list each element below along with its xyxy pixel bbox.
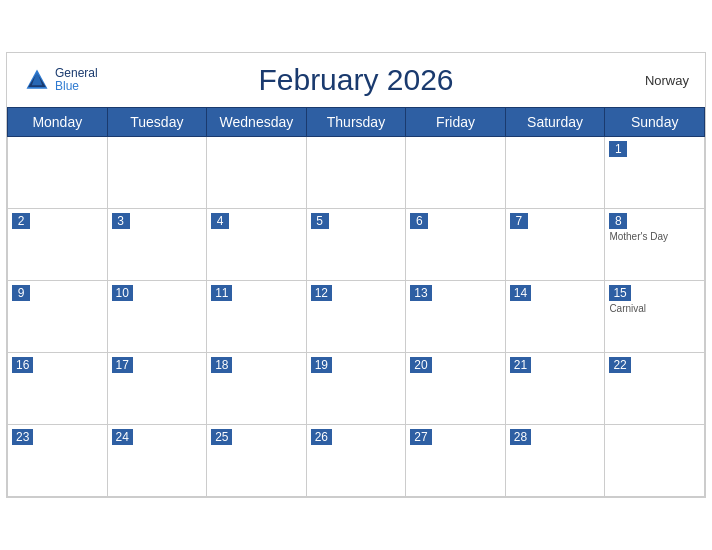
week-row-3: 9101112131415Carnival: [8, 281, 705, 353]
week-row-5: 232425262728: [8, 425, 705, 497]
calendar-cell: [406, 137, 506, 209]
calendar-cell: 6: [406, 209, 506, 281]
day-number: 4: [211, 213, 229, 229]
header-saturday: Saturday: [505, 108, 605, 137]
week-row-1: 1: [8, 137, 705, 209]
calendar-cell: 7: [505, 209, 605, 281]
calendar-cell: 11: [207, 281, 307, 353]
calendar-cell: 1: [605, 137, 705, 209]
calendar-cell: 2: [8, 209, 108, 281]
calendar-cell: 14: [505, 281, 605, 353]
day-number: 28: [510, 429, 531, 445]
week-row-2: 2345678Mother's Day: [8, 209, 705, 281]
logo: General Blue: [23, 66, 98, 94]
day-number: 21: [510, 357, 531, 373]
day-number: 2: [12, 213, 30, 229]
calendar-cell: 17: [107, 353, 207, 425]
day-number: 12: [311, 285, 332, 301]
calendar-cell: 10: [107, 281, 207, 353]
day-number: 7: [510, 213, 528, 229]
header-thursday: Thursday: [306, 108, 406, 137]
day-number: 15: [609, 285, 630, 301]
calendar-cell: [107, 137, 207, 209]
header-monday: Monday: [8, 108, 108, 137]
event-label: Carnival: [609, 303, 700, 314]
day-number: 9: [12, 285, 30, 301]
calendar-cell: [605, 425, 705, 497]
calendar-cell: 21: [505, 353, 605, 425]
header-sunday: Sunday: [605, 108, 705, 137]
calendar-table: Monday Tuesday Wednesday Thursday Friday…: [7, 107, 705, 497]
calendar-cell: 5: [306, 209, 406, 281]
day-number: 22: [609, 357, 630, 373]
event-label: Mother's Day: [609, 231, 700, 242]
calendar-cell: 20: [406, 353, 506, 425]
calendar-cell: 25: [207, 425, 307, 497]
day-number: 14: [510, 285, 531, 301]
calendar-cell: 15Carnival: [605, 281, 705, 353]
calendar-cell: [505, 137, 605, 209]
day-number: 17: [112, 357, 133, 373]
calendar-cell: 24: [107, 425, 207, 497]
calendar-cell: 9: [8, 281, 108, 353]
calendar-cell: 18: [207, 353, 307, 425]
weekday-header-row: Monday Tuesday Wednesday Thursday Friday…: [8, 108, 705, 137]
day-number: 6: [410, 213, 428, 229]
header-wednesday: Wednesday: [207, 108, 307, 137]
day-number: 26: [311, 429, 332, 445]
day-number: 3: [112, 213, 130, 229]
calendar-cell: 3: [107, 209, 207, 281]
calendar-cell: 27: [406, 425, 506, 497]
day-number: 1: [609, 141, 627, 157]
calendar-cell: 8Mother's Day: [605, 209, 705, 281]
calendar-cell: [306, 137, 406, 209]
day-number: 24: [112, 429, 133, 445]
day-number: 13: [410, 285, 431, 301]
day-number: 10: [112, 285, 133, 301]
logo-text: General Blue: [55, 67, 98, 93]
calendar: General Blue February 2026 Norway Monday…: [6, 52, 706, 498]
calendar-cell: 28: [505, 425, 605, 497]
header-tuesday: Tuesday: [107, 108, 207, 137]
calendar-cell: 22: [605, 353, 705, 425]
calendar-cell: 16: [8, 353, 108, 425]
day-number: 18: [211, 357, 232, 373]
calendar-title: February 2026: [258, 63, 453, 97]
calendar-cell: [207, 137, 307, 209]
day-number: 23: [12, 429, 33, 445]
day-number: 5: [311, 213, 329, 229]
day-number: 16: [12, 357, 33, 373]
calendar-cell: 26: [306, 425, 406, 497]
calendar-cell: 13: [406, 281, 506, 353]
day-number: 25: [211, 429, 232, 445]
calendar-header: General Blue February 2026 Norway: [7, 53, 705, 107]
calendar-cell: 12: [306, 281, 406, 353]
calendar-cell: [8, 137, 108, 209]
calendar-cell: 19: [306, 353, 406, 425]
day-number: 8: [609, 213, 627, 229]
header-friday: Friday: [406, 108, 506, 137]
day-number: 20: [410, 357, 431, 373]
calendar-cell: 23: [8, 425, 108, 497]
day-number: 11: [211, 285, 232, 301]
calendar-cell: 4: [207, 209, 307, 281]
country-label: Norway: [645, 73, 689, 88]
day-number: 19: [311, 357, 332, 373]
day-number: 27: [410, 429, 431, 445]
week-row-4: 16171819202122: [8, 353, 705, 425]
